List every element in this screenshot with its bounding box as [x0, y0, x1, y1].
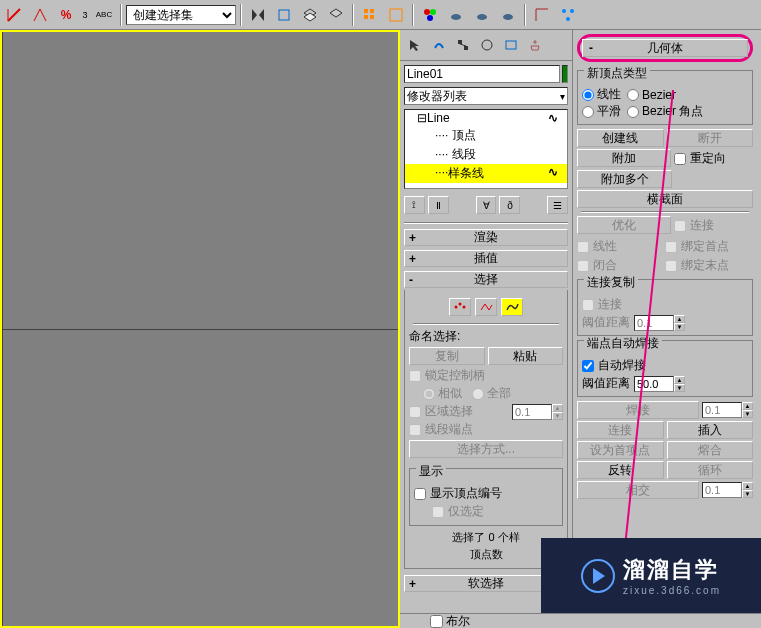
teapot2-icon[interactable]	[470, 3, 494, 27]
connect-copy-checkbox: 连接	[582, 296, 748, 313]
bottom-bar-fragment: 布尔	[400, 613, 761, 628]
cursor-icon[interactable]	[404, 34, 426, 56]
svg-rect-23	[458, 40, 462, 44]
create-line-button[interactable]: 创建线	[577, 129, 664, 147]
copy-named-sel-button[interactable]: 复制	[409, 347, 485, 365]
break-button[interactable]: 断开	[667, 129, 754, 147]
selection-status-2: 顶点数	[409, 547, 563, 562]
layers-icon[interactable]	[298, 3, 322, 27]
material-icon[interactable]	[418, 3, 442, 27]
schematic-icon[interactable]	[556, 3, 580, 27]
geometry-rollout-label: 几何体	[647, 40, 683, 57]
svg-point-15	[427, 15, 433, 21]
svg-point-28	[455, 306, 458, 309]
select-by-button[interactable]: 选择方式...	[409, 440, 563, 458]
make-first-button[interactable]: 设为首项点	[577, 441, 664, 459]
auto-weld-checkbox[interactable]: 自动焊接	[582, 357, 748, 374]
smooth-radio[interactable]: 平滑	[582, 103, 621, 120]
pin-stack-icon[interactable]: ⟟	[404, 196, 425, 214]
tool-angle-icon[interactable]	[28, 3, 52, 27]
attach-button[interactable]: 附加	[577, 149, 671, 167]
svg-point-18	[503, 14, 513, 20]
stack-root-line[interactable]: ⊟ Line	[405, 110, 567, 126]
rendering-rollout[interactable]: +渲染	[404, 229, 568, 246]
weld-threshold-label: 阈值距离	[582, 375, 630, 392]
svg-marker-3	[259, 9, 264, 21]
show-vertex-numbers-checkbox[interactable]: 显示顶点编号	[414, 485, 558, 502]
svg-point-16	[451, 14, 461, 20]
segment-subobj-icon[interactable]	[475, 298, 497, 316]
teapot1-icon[interactable]	[444, 3, 468, 27]
cycle-button[interactable]: 循环	[667, 461, 754, 479]
grid-small-icon[interactable]	[358, 3, 382, 27]
insert-button[interactable]: 插入	[667, 421, 754, 439]
modifier-list-dropdown[interactable]: 修改器列表	[404, 87, 568, 105]
svg-rect-27	[506, 41, 516, 49]
svg-marker-2	[252, 9, 257, 21]
fuse-button[interactable]: 熔合	[667, 441, 754, 459]
spline-subobj-icon[interactable]	[501, 298, 523, 316]
paste-named-sel-button[interactable]: 粘贴	[488, 347, 564, 365]
selected-only-checkbox: 仅选定	[414, 503, 558, 520]
stack-segment[interactable]: ···· 线段	[405, 145, 567, 164]
stack-spline-selected[interactable]: ···· 样条线	[405, 164, 567, 183]
connect-threshold-label: 阈值距离	[582, 314, 630, 331]
tool-abc-icon[interactable]: ABC	[92, 3, 116, 27]
layers2-icon[interactable]	[324, 3, 348, 27]
selection-set-dropdown[interactable]: 创建选择集	[126, 5, 236, 25]
svg-point-13	[424, 9, 430, 15]
svg-point-17	[477, 14, 487, 20]
end-auto-weld-label: 端点自动焊接	[584, 336, 662, 350]
mirror-icon[interactable]	[246, 3, 270, 27]
remove-mod-icon[interactable]: ð	[499, 196, 520, 214]
modify-tab-icon[interactable]	[428, 34, 450, 56]
reorient-checkbox[interactable]: 重定向	[674, 150, 754, 167]
hierarchy-tab-icon[interactable]	[452, 34, 474, 56]
boolean-checkbox[interactable]: 布尔	[430, 613, 470, 629]
viewport[interactable]	[0, 30, 400, 628]
vertex-subobj-icon[interactable]	[449, 298, 471, 316]
cross-section-button[interactable]: 横截面	[577, 190, 753, 208]
show-end-result-icon[interactable]: Ⅱ	[428, 196, 449, 214]
svg-marker-22	[410, 40, 419, 51]
teapot3-icon[interactable]	[496, 3, 520, 27]
viewport-axis-vertical	[2, 32, 3, 626]
reverse-button[interactable]: 反转	[577, 461, 664, 479]
cross-insert-button[interactable]: 相交	[577, 481, 699, 499]
connect-button[interactable]: 连接	[577, 421, 664, 439]
viewport-axis-horizontal	[2, 329, 398, 330]
tool-snap-percent-icon[interactable]: %	[54, 3, 78, 27]
object-color-swatch[interactable]	[562, 65, 568, 83]
connect-refine-checkbox: 连接	[674, 217, 754, 234]
object-name-input[interactable]	[404, 65, 560, 83]
handle-relative-radio: 相似	[423, 385, 462, 402]
display-tab-icon[interactable]	[500, 34, 522, 56]
svg-point-30	[463, 306, 466, 309]
svg-marker-7	[330, 9, 342, 17]
grid-large-icon[interactable]	[384, 3, 408, 27]
svg-line-0	[8, 9, 20, 21]
configure-sets-icon[interactable]: ☰	[547, 196, 568, 214]
area-selection-spinner: 0.1 ▲▼	[512, 404, 563, 420]
watermark-url: zixue.3d66.com	[623, 585, 721, 596]
motion-tab-icon[interactable]	[476, 34, 498, 56]
svg-point-19	[562, 9, 566, 13]
selection-rollout[interactable]: -选择	[404, 271, 568, 288]
bezier-corner-radio[interactable]: Bezier 角点	[627, 103, 703, 120]
attach-mult-button[interactable]: 附加多个	[577, 170, 672, 188]
modifier-stack[interactable]: ⊟ Line ···· 顶点 ···· 线段 ···· 样条线	[404, 109, 568, 189]
make-unique-icon[interactable]: ∀	[476, 196, 497, 214]
connect-threshold-spinner: 0.1 ▲▼	[634, 315, 685, 331]
bezier-radio[interactable]: Bezier	[627, 86, 676, 103]
named-selection-label: 命名选择:	[409, 328, 563, 345]
interpolation-rollout[interactable]: +插值	[404, 250, 568, 267]
geometry-rollout-highlighted[interactable]: - 几何体	[577, 34, 753, 62]
align-icon[interactable]	[272, 3, 296, 27]
linear-radio[interactable]: 线性	[582, 86, 621, 103]
tool-axis-icon[interactable]	[2, 3, 26, 27]
curve-editor-icon[interactable]	[530, 3, 554, 27]
top-toolbar: % 3 ABC 创建选择集	[0, 0, 761, 30]
stack-vertex[interactable]: ···· 顶点	[405, 126, 567, 145]
handle-all-radio: 全部	[472, 385, 511, 402]
utilities-tab-icon[interactable]	[524, 34, 546, 56]
